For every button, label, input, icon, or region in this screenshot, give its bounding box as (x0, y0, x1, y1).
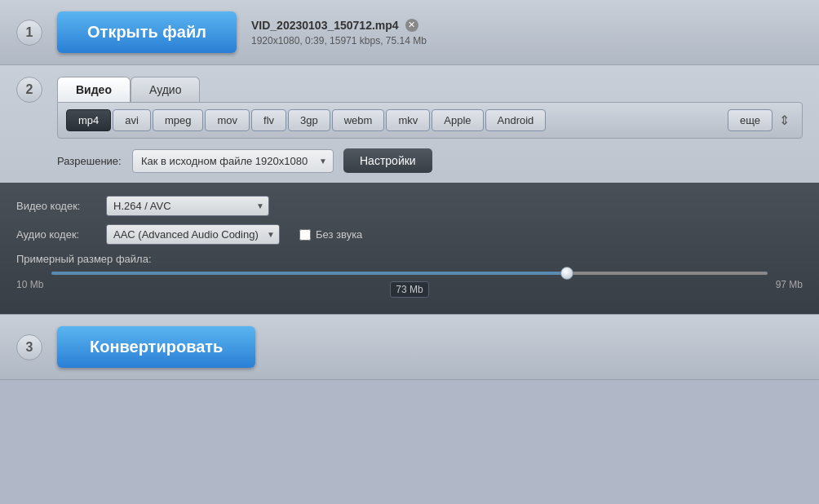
mute-row: Без звука (299, 228, 362, 241)
audio-codec-select[interactable]: AAC (Advanced Audio Coding) MP3 OGG (106, 224, 280, 245)
mute-checkbox[interactable] (299, 229, 311, 241)
resolution-select-wrap: Как в исходном файле 1920x1080 1280x720 … (132, 149, 334, 173)
audio-codec-row: Аудио кодек: AAC (Advanced Audio Coding)… (16, 224, 803, 245)
format-btn-mkv[interactable]: mkv (386, 109, 430, 131)
format-bar: mp4 avi mpeg mov flv 3gp webm mkv Apple … (57, 102, 803, 139)
file-name-row: VID_20230103_150712.mp4 ✕ (251, 19, 427, 32)
audio-codec-select-wrap: AAC (Advanced Audio Coding) MP3 OGG ▼ (106, 224, 280, 245)
file-size-title: Примерный размер файла: (16, 253, 803, 265)
slider-max-label: 97 Mb (776, 279, 803, 290)
section-3: 3 Конвертировать (0, 315, 819, 380)
resolution-row: Разрешение: Как в исходном файле 1920x10… (57, 139, 803, 183)
resolution-select[interactable]: Как в исходном файле 1920x1080 1280x720 … (132, 149, 334, 173)
video-codec-select[interactable]: H.264 / AVC H.265 / HEVC MPEG-4 (106, 196, 269, 216)
format-btn-android[interactable]: Android (485, 109, 547, 131)
format-btn-apple[interactable]: Apple (432, 109, 483, 131)
slider-wrap: 73 Mb (51, 272, 767, 298)
format-btn-more[interactable]: еще (728, 109, 773, 131)
format-btn-flv[interactable]: flv (251, 109, 286, 131)
audio-codec-label: Аудио кодек: (16, 228, 98, 241)
file-meta: 1920x1080, 0:39, 15971 kbps, 75.14 Mb (251, 35, 427, 46)
section-number-3: 3 (16, 334, 42, 360)
slider-value-label: 73 Mb (390, 281, 428, 298)
tabs-row: Видео Аудио (57, 77, 803, 102)
tab-video[interactable]: Видео (57, 77, 131, 102)
format-btn-mpeg[interactable]: mpeg (153, 109, 204, 131)
tab-audio[interactable]: Аудио (131, 77, 201, 102)
video-codec-select-wrap: H.264 / AVC H.265 / HEVC MPEG-4 ▼ (106, 196, 269, 216)
format-btn-3gp[interactable]: 3gp (288, 109, 330, 131)
slider-track (51, 272, 767, 275)
format-btn-mp4[interactable]: mp4 (66, 109, 111, 131)
format-btn-mov[interactable]: mov (205, 109, 250, 131)
mute-label: Без звука (316, 228, 362, 241)
section-2-content: Видео Аудио mp4 avi mpeg mov flv 3gp web… (57, 77, 803, 183)
open-file-button[interactable]: Открыть файл (57, 11, 237, 53)
slider-thumb[interactable] (560, 267, 573, 280)
video-codec-row: Видео кодек: H.264 / AVC H.265 / HEVC MP… (16, 196, 803, 216)
section-1: 1 Открыть файл VID_20230103_150712.mp4 ✕… (0, 0, 819, 65)
format-btn-avi[interactable]: avi (113, 109, 151, 131)
close-icon[interactable]: ✕ (405, 19, 418, 32)
section-number-1: 1 (16, 20, 42, 46)
section-2-header: 2 Видео Аудио mp4 avi mpeg mov flv 3gp w… (0, 65, 819, 183)
format-btn-webm[interactable]: webm (332, 109, 385, 131)
video-codec-label: Видео кодек: (16, 200, 98, 212)
slider-row: 10 Mb 73 Mb 97 Mb (16, 272, 803, 298)
file-size-section: Примерный размер файла: 10 Mb 73 Mb 97 M… (16, 253, 803, 298)
format-scroll-icon[interactable]: ⇕ (774, 111, 794, 130)
slider-min-label: 10 Mb (16, 279, 43, 290)
file-info: VID_20230103_150712.mp4 ✕ 1920x1080, 0:3… (251, 19, 427, 46)
resolution-label: Разрешение: (57, 155, 122, 167)
settings-button[interactable]: Настройки (343, 148, 432, 173)
codec-section: Видео кодек: H.264 / AVC H.265 / HEVC MP… (0, 183, 819, 314)
convert-button[interactable]: Конвертировать (57, 326, 255, 368)
file-name: VID_20230103_150712.mp4 (251, 19, 399, 32)
section-2: 2 Видео Аудио mp4 avi mpeg mov flv 3gp w… (0, 65, 819, 315)
section-number-2: 2 (16, 77, 42, 103)
